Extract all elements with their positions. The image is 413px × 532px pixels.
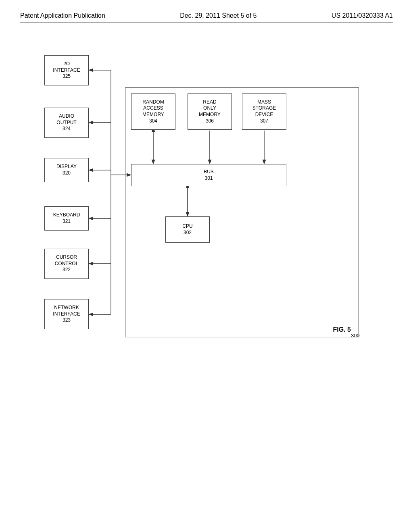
page-header: Patent Application Publication Dec. 29, … bbox=[20, 12, 393, 23]
box-mass-storage: MASS STORAGE DEVICE 307 bbox=[242, 94, 286, 130]
header-left: Patent Application Publication bbox=[20, 12, 105, 19]
box-cursor-control: CURSOR CONTROL 322 bbox=[44, 249, 89, 279]
box-cpu: CPU 302 bbox=[165, 216, 210, 243]
box-ram: RANDOM ACCESS MEMORY 304 bbox=[131, 94, 175, 130]
figure-label: FIG. 5 bbox=[333, 326, 351, 333]
label-300: 300 bbox=[351, 332, 360, 339]
box-keyboard: KEYBOARD 321 bbox=[44, 206, 89, 231]
box-network-interface: NETWORK INTERFACE 323 bbox=[44, 299, 89, 329]
box-io-interface: I/O INTERFACE 325 bbox=[44, 55, 89, 85]
box-bus: BUS 301 bbox=[131, 164, 286, 186]
header-center: Dec. 29, 2011 Sheet 5 of 5 bbox=[180, 12, 257, 19]
header-right: US 2011/0320333 A1 bbox=[332, 12, 393, 19]
box-display: DISPLAY 320 bbox=[44, 158, 89, 182]
diagram-area: I/O INTERFACE 325 AUDIO OUTPUT 324 DISPL… bbox=[44, 55, 383, 370]
box-rom: READ ONLY MEMORY 306 bbox=[188, 94, 232, 130]
box-audio-output: AUDIO OUTPUT 324 bbox=[44, 108, 89, 138]
